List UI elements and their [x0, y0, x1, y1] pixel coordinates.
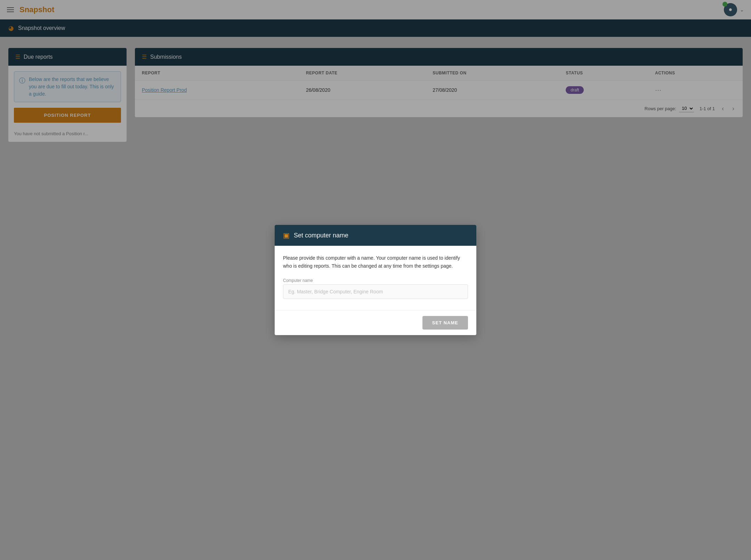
modal-header: ▣ Set computer name — [275, 225, 476, 246]
computer-name-label: Computer name — [283, 278, 468, 283]
modal-body: Please provide this computer with a name… — [275, 246, 476, 310]
modal-description: Please provide this computer with a name… — [283, 254, 468, 270]
modal-footer: SET NAME — [275, 310, 476, 335]
monitor-icon: ▣ — [283, 231, 290, 240]
set-name-button[interactable]: SET NAME — [422, 316, 468, 330]
computer-name-field: Computer name — [283, 278, 468, 299]
modal-overlay: ▣ Set computer name Please provide this … — [0, 0, 751, 560]
set-computer-name-modal: ▣ Set computer name Please provide this … — [275, 225, 476, 335]
computer-name-input[interactable] — [283, 284, 468, 299]
modal-title: Set computer name — [294, 232, 348, 239]
